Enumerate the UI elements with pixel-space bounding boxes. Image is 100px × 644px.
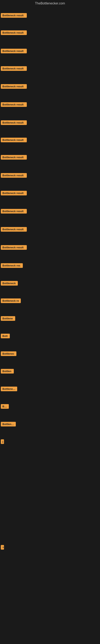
result-row <box>0 580 1 581</box>
result-row: Bottleneck result <box>0 48 28 55</box>
result-row: Bottlene <box>0 315 16 322</box>
result-row: Bottleneck result <box>0 244 28 251</box>
bottleneck-badge: Bottleneck result <box>1 30 27 35</box>
bottleneck-badge: Bottleneck <box>1 281 18 286</box>
bottleneck-badge: Bott <box>1 404 9 409</box>
bottleneck-badge: ≡ <box>1 545 4 550</box>
result-row <box>0 474 1 475</box>
result-row: | <box>0 438 5 446</box>
result-row: Bott <box>0 403 10 410</box>
result-row <box>0 597 1 599</box>
bottleneck-badge: Bottlenec <box>1 422 16 426</box>
bottleneck-badge: Bottlenec <box>1 352 16 356</box>
result-row: Bottleneck result <box>0 12 28 19</box>
bottleneck-badge: Bottleneck result <box>1 13 27 18</box>
result-row: Bottleneck result <box>0 137 28 144</box>
bottleneck-badge: Bottleneck result <box>1 138 27 142</box>
result-row: Bottlenec <box>0 421 17 428</box>
result-row: Bottleneck result <box>0 190 28 197</box>
bottleneck-badge: Bottlen <box>1 369 14 374</box>
result-row <box>0 562 1 564</box>
bottleneck-badge: Bottleneck result <box>1 120 27 125</box>
bottleneck-badge: Bottleneck res <box>1 263 23 268</box>
result-row: Bottleneck <box>0 280 19 287</box>
result-row: Bottleneck result <box>0 120 28 126</box>
bottleneck-badge: Bottleneck result <box>1 49 27 53</box>
result-row: ≡ <box>0 544 5 551</box>
result-row: Bottleneck result <box>0 154 28 161</box>
bottleneck-badge: Bottleneck result <box>1 191 27 196</box>
bottleneck-badge: Bottleneck result <box>1 66 27 71</box>
result-row: Bottleneck result <box>0 83 28 90</box>
site-title: TheBottlenecker.com <box>35 2 65 5</box>
bottleneck-badge: Bottleneck result <box>1 102 27 107</box>
result-row <box>0 614 1 616</box>
result-row: Bottleneck result <box>0 102 28 108</box>
bottleneck-badge: Bott <box>1 334 10 338</box>
bottleneck-badge: Bottleneck <box>1 386 17 391</box>
result-row: Bottleneck result <box>0 30 28 37</box>
bottleneck-badge: Bottleneck result <box>1 84 27 89</box>
bottleneck-badge: Bottleneck result <box>1 209 27 214</box>
bottleneck-badge: | <box>1 439 4 444</box>
result-row: Bottleneck res <box>0 262 24 270</box>
bottleneck-badge: Bottleneck result <box>1 155 27 160</box>
result-row: Bottleneck result <box>0 66 28 72</box>
result-row: Bottleneck result <box>0 226 28 233</box>
bottleneck-badge: Bottlene <box>1 316 15 321</box>
result-row: Bottleneck re <box>0 298 22 305</box>
site-title-bar: TheBottlenecker.com <box>0 0 100 7</box>
bottleneck-badge: Bottleneck result <box>1 173 27 178</box>
result-row: Bottleneck result <box>0 208 28 215</box>
bottleneck-badge: Bottleneck result <box>1 227 27 232</box>
bottleneck-badge: Bottleneck re <box>1 298 21 303</box>
result-row: Bottleneck result <box>0 172 28 179</box>
result-row <box>0 456 1 458</box>
result-row: Bott <box>0 333 11 340</box>
result-row <box>0 632 1 634</box>
result-row: Bottleneck <box>0 386 18 393</box>
bottleneck-badge: Bottleneck result <box>1 245 27 250</box>
result-row: Bottlenec <box>0 350 17 358</box>
result-row: Bottlen <box>0 368 15 375</box>
